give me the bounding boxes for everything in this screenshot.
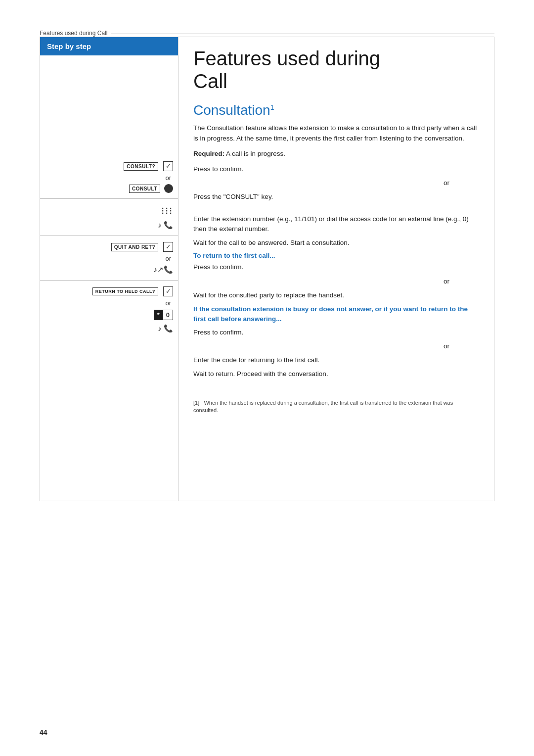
keypad-icon: ⁝⁝⁝ [161, 205, 173, 217]
step6-desc: Wait for the consulted party to replace … [193, 290, 479, 300]
content-title-line2: Call [193, 70, 227, 92]
divider-3 [40, 280, 178, 281]
ring-row: ♪ 📞 [40, 219, 178, 232]
step2-desc: Press the "CONSULT" key. [193, 192, 479, 202]
consult-key[interactable]: CONSULT [129, 185, 160, 193]
check-icon-3: ✓ [163, 286, 173, 296]
consult-key-row: CONSULT [40, 183, 178, 194]
step1-desc: Press to confirm. [193, 164, 479, 174]
check-icon-1: ✓ [163, 161, 173, 171]
step3-desc: Enter the extension number (e.g., 11/101… [193, 214, 479, 235]
handset-icon: ♪↗📞 [154, 265, 174, 274]
ring-icon-2: ♪ 📞 [158, 324, 173, 333]
required-text: A call is in progress. [226, 150, 285, 157]
content-title: Features used during Call [193, 47, 479, 93]
filled-circle-icon [164, 184, 173, 193]
step7-desc: Press to confirm. [193, 328, 479, 337]
breadcrumb-separator [111, 34, 494, 34]
consult-question-row: CONSULT? ✓ [40, 159, 178, 173]
divider-1 [40, 198, 178, 199]
or-3: or [40, 299, 178, 307]
or1-desc: or [193, 178, 479, 188]
or-1: or [40, 174, 178, 182]
section-title: Consultation1 [193, 102, 479, 118]
zero-key: 0 [163, 310, 173, 320]
description: The Consultation feature allows the exte… [193, 123, 479, 144]
handset-row: ♪↗📞 [40, 263, 178, 276]
ring-row-2: ♪ 📞 [40, 322, 178, 335]
sidebar: Step by step CONSULT? ✓ or CONSULT ⁝⁝⁝ [40, 37, 178, 501]
star-zero-button[interactable]: * 0 [154, 310, 173, 320]
divider-2 [40, 236, 178, 236]
step9-desc: Wait to return. Proceed with the convers… [193, 369, 479, 379]
or3-desc: or [193, 341, 479, 351]
keypad-row: ⁝⁝⁝ [40, 203, 178, 219]
or-2: or [40, 255, 178, 262]
page-number: 44 [40, 728, 47, 736]
section-superscript: 1 [270, 103, 274, 111]
step8-desc: Enter the code for returning to the firs… [193, 355, 479, 365]
star-key: * [154, 310, 163, 320]
footnote-text: When the handset is replaced during a co… [193, 400, 453, 413]
ring-icon: ♪ 📞 [158, 221, 173, 230]
breadcrumb: Features used during Call [40, 30, 494, 37]
quit-and-ret-key[interactable]: QUIT AND RET? [111, 243, 158, 251]
sidebar-header: Step by step [40, 37, 178, 55]
or2-desc: or [193, 277, 479, 286]
return-held-row: RETURN TO HELD CALL? ✓ [40, 284, 178, 298]
required-label: Required: [193, 150, 224, 157]
breadcrumb-text: Features used during Call [40, 30, 107, 37]
quit-and-ret-row: QUIT AND RET? ✓ [40, 240, 178, 254]
footnote-num: [1] [193, 400, 199, 406]
star-zero-row: * 0 [40, 308, 178, 322]
busy-label: If the consultation extension is busy or… [193, 304, 479, 325]
content-title-line1: Features used during [193, 47, 380, 69]
return-to-held-key[interactable]: RETURN TO HELD CALL? [92, 287, 158, 295]
step4-desc: Wait for the call to be answered. Start … [193, 238, 479, 248]
return-label: To return to the first call... [193, 252, 479, 259]
required-line: Required: A call is in progress. [193, 150, 479, 157]
footnote: [1] When the handset is replaced during … [193, 399, 479, 415]
check-icon-2: ✓ [163, 242, 173, 252]
footnote-area: [1] When the handset is replaced during … [193, 399, 479, 415]
step5-desc: Press to confirm. [193, 262, 479, 272]
section-title-text: Consultation [193, 102, 270, 118]
page-container: Features used during Call Step by step C… [0, 0, 534, 756]
consult-question-key[interactable]: CONSULT? [124, 162, 158, 171]
sidebar-body: CONSULT? ✓ or CONSULT ⁝⁝⁝ ♪ � [40, 55, 178, 501]
main-layout: Step by step CONSULT? ✓ or CONSULT ⁝⁝⁝ [40, 37, 494, 501]
content: Features used during Call Consultation1 … [178, 37, 494, 501]
